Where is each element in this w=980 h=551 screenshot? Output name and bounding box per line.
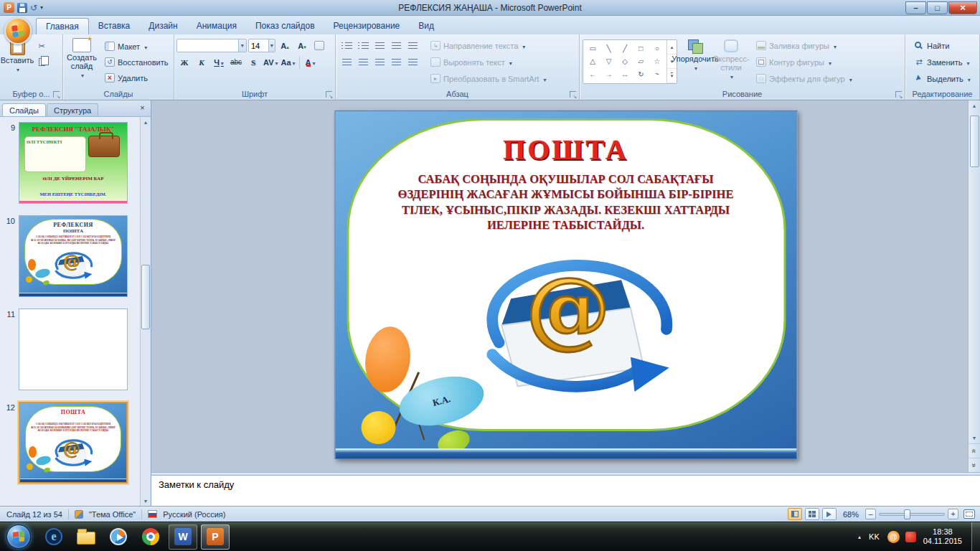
shape-icon[interactable]: ←: [589, 70, 596, 78]
taskbar-media-player[interactable]: [104, 524, 133, 550]
shapes-gallery[interactable]: ▭ ╲ ╱ □ ○ △ ▽ ◇ ▱ ☆ ← → ↔ ↻ ~: [583, 39, 677, 84]
paste-dropdown-icon[interactable]: [15, 65, 19, 73]
strikethrough-button[interactable]: abc: [228, 55, 244, 69]
replace-button[interactable]: Заменить: [911, 55, 974, 70]
shape-icon[interactable]: ▽: [606, 57, 612, 65]
powerpoint-app-icon[interactable]: [4, 2, 14, 13]
new-slide-button[interactable]: Создать слайд: [64, 36, 100, 88]
shape-icon[interactable]: →: [606, 70, 613, 78]
dialog-launcher-icon[interactable]: [53, 91, 60, 98]
hidden-icons-chevron-icon[interactable]: [858, 534, 861, 540]
change-case-button[interactable]: Aa: [280, 55, 296, 69]
shape-icon[interactable]: ↔: [621, 70, 628, 78]
panel-close-icon[interactable]: [137, 103, 148, 114]
font-color-button[interactable]: А: [303, 55, 319, 69]
tab-insert[interactable]: Вставка: [89, 18, 140, 34]
character-spacing-button[interactable]: AV: [263, 55, 278, 69]
arrange-button[interactable]: Упорядочить: [677, 36, 713, 88]
qat-dropdown-icon[interactable]: [40, 4, 43, 11]
clock[interactable]: 18:38 04.11.2015: [922, 527, 962, 546]
slide-counter[interactable]: Слайд 12 из 54: [6, 510, 62, 519]
columns-button[interactable]: [405, 56, 420, 70]
grow-font-button[interactable]: А: [277, 39, 293, 52]
delete-slide-button[interactable]: Удалить: [102, 71, 171, 85]
justify-button[interactable]: [389, 56, 404, 70]
office-button[interactable]: [4, 17, 32, 44]
scrollbar-track[interactable]: [969, 111, 980, 433]
italic-button[interactable]: К: [194, 55, 209, 69]
font-name-dropdown-icon[interactable]: [238, 39, 246, 52]
panel-scrollbar-thumb[interactable]: [141, 265, 150, 329]
view-slideshow-button[interactable]: [822, 508, 837, 520]
reset-slide-button[interactable]: Восстановить: [102, 55, 171, 70]
zoom-level[interactable]: 68%: [839, 510, 862, 519]
font-size-combo[interactable]: [248, 39, 275, 52]
align-text-button[interactable]: Выровнять текст: [428, 55, 549, 70]
slide-thumbnail-12[interactable]: ПОШТА САБАҚ СОҢЫНДА ОҚУШЫЛАР СОЛ САБАҚТА…: [19, 402, 128, 484]
new-slide-dropdown-icon[interactable]: [80, 70, 84, 80]
text-direction-button[interactable]: Направление текста: [428, 39, 549, 53]
dialog-launcher-icon[interactable]: [326, 91, 332, 98]
taskbar-internet-explorer[interactable]: [39, 524, 68, 550]
maximize-button[interactable]: [927, 1, 948, 14]
slide-thumbnail-10[interactable]: РЕФЛЕКСИЯ ПОШТА САБАҚ СОҢЫНДА ОҚУШЫЛАР С…: [19, 215, 128, 297]
tab-design[interactable]: Дизайн: [139, 18, 187, 34]
panel-scrollbar[interactable]: [140, 117, 151, 506]
next-slide-button[interactable]: [969, 458, 980, 472]
align-center-button[interactable]: [356, 56, 371, 70]
notes-pane[interactable]: Заметки к слайду: [151, 476, 980, 506]
taskbar-powerpoint[interactable]: [201, 524, 230, 550]
scroll-down-icon[interactable]: [969, 433, 980, 443]
align-left-button[interactable]: [339, 56, 354, 70]
cut-button[interactable]: ✂: [34, 39, 50, 53]
font-size-dropdown-icon[interactable]: [268, 39, 275, 52]
shape-icon[interactable]: ☆: [654, 57, 660, 65]
taskbar-explorer[interactable]: [72, 524, 100, 550]
shape-icon[interactable]: ▭: [589, 44, 595, 52]
view-slide-sorter-button[interactable]: [805, 508, 819, 520]
shape-icon[interactable]: △: [590, 57, 595, 65]
tab-slideshow[interactable]: Показ слайдов: [246, 18, 324, 34]
shape-icon[interactable]: ○: [655, 44, 659, 52]
select-button[interactable]: Выделить: [911, 72, 974, 86]
taskbar-word[interactable]: [169, 524, 197, 550]
shape-icon[interactable]: ╲: [607, 44, 611, 52]
slide-thumbnail-9[interactable]: РЕФЛЕКСИЯ "ТАЗАЛЫҚ" ӘЛІ ТҮСІНІКТІ ӘЛІ ДЕ…: [19, 122, 128, 204]
scroll-down-icon[interactable]: [141, 496, 151, 506]
align-right-button[interactable]: [372, 56, 387, 70]
shape-icon[interactable]: □: [639, 44, 643, 52]
language-status[interactable]: Русский (Россия): [163, 510, 225, 519]
shape-icon[interactable]: ▱: [639, 57, 644, 65]
close-button[interactable]: [948, 1, 977, 14]
scroll-up-icon[interactable]: [969, 100, 980, 111]
undo-icon[interactable]: [30, 3, 37, 13]
tab-outline-panel[interactable]: Структура: [47, 103, 98, 116]
shapes-scroll-up-icon[interactable]: [667, 40, 677, 55]
taskbar-chrome[interactable]: [136, 524, 165, 550]
mail-agent-icon[interactable]: @: [887, 531, 900, 543]
start-button[interactable]: [0, 522, 37, 551]
language-indicator[interactable]: KK: [867, 532, 882, 541]
zoom-slider[interactable]: [879, 513, 945, 516]
slide-canvas[interactable]: ПОШТА САБАҚ СОҢЫНДА ОҚУШЫЛАР СОЛ САБАҚТА…: [334, 110, 797, 459]
copy-button[interactable]: [34, 55, 50, 69]
line-spacing-button[interactable]: [405, 39, 420, 53]
shape-outline-button[interactable]: Контур фигуры: [753, 55, 855, 70]
quick-styles-button[interactable]: Экспресс-стили: [713, 36, 749, 88]
dialog-launcher-icon[interactable]: [895, 91, 902, 98]
scroll-up-icon[interactable]: [141, 117, 151, 127]
scrollbar-thumb[interactable]: [970, 116, 979, 167]
tab-home[interactable]: Главная: [36, 18, 89, 34]
main-scrollbar[interactable]: [968, 100, 980, 472]
shape-icon[interactable]: ╱: [623, 44, 627, 52]
shape-icon[interactable]: ◇: [622, 57, 628, 65]
tab-view[interactable]: Вид: [409, 18, 443, 34]
shrink-font-button[interactable]: А: [294, 39, 310, 52]
increase-indent-button[interactable]: [389, 39, 404, 53]
smartart-button[interactable]: Преобразовать в SmartArt: [428, 72, 549, 86]
font-size-input[interactable]: [249, 40, 268, 51]
zoom-slider-thumb[interactable]: [904, 509, 910, 519]
layout-button[interactable]: Макет: [102, 39, 171, 54]
font-name-combo[interactable]: [176, 39, 247, 52]
zoom-out-button[interactable]: [865, 509, 876, 519]
